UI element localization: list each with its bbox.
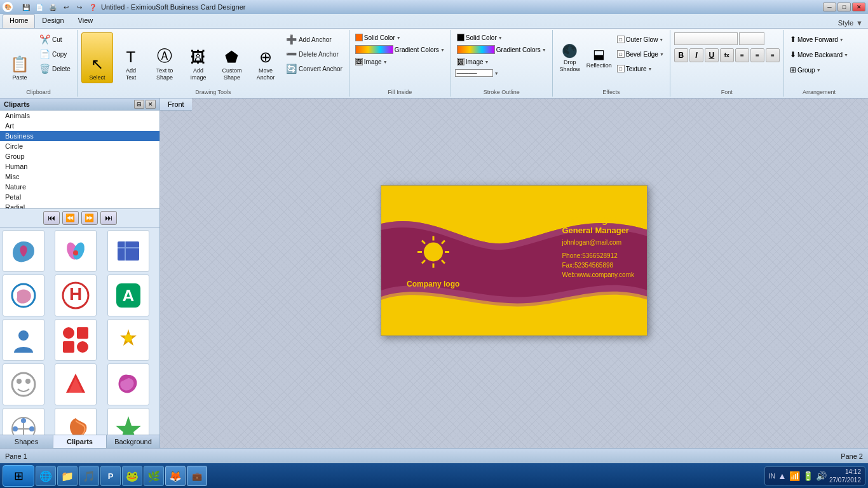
clipart-item-3[interactable]	[107, 230, 149, 272]
fill-image1-button[interactable]: 🖼 Image ▼	[353, 57, 390, 67]
bold-button[interactable]: B	[674, 48, 688, 62]
clipart-item-8[interactable]	[55, 319, 97, 361]
canvas-area[interactable]: Front	[160, 98, 868, 448]
fill-solid-color1-button[interactable]: Solid Color ▼	[353, 32, 403, 43]
taskbar-browser1[interactable]: 🌐	[36, 466, 56, 486]
panel-close-button[interactable]: ✕	[146, 100, 156, 109]
move-forward-button[interactable]: ⬆ Move Forward ▼	[788, 32, 846, 46]
nav-first-button[interactable]: ⏮	[43, 211, 60, 225]
drop-shadow-button[interactable]: 🌑 DropShadow	[557, 32, 583, 83]
stroke-gradient-button[interactable]: Gradient Colors ▼	[455, 44, 548, 55]
font-name-input[interactable]	[674, 32, 738, 45]
clipart-item-9[interactable]	[107, 319, 149, 361]
tab-background[interactable]: Background	[107, 435, 159, 448]
clipart-item-14[interactable]	[55, 408, 97, 435]
clipart-item-11[interactable]	[55, 363, 97, 405]
text-to-shape-button[interactable]: Ⓐ Text toShape	[149, 32, 180, 83]
tab-shapes[interactable]: Shapes	[0, 435, 53, 448]
nav-last-button[interactable]: ⏭	[100, 211, 117, 225]
nav-next-button[interactable]: ⏩	[81, 211, 98, 225]
taskbar-bcd-app[interactable]: 💼	[187, 466, 207, 486]
clipart-item-13[interactable]	[3, 408, 44, 435]
font-size-input[interactable]	[739, 32, 764, 45]
align-right-button[interactable]: ≡	[766, 48, 780, 62]
cliparts-list[interactable]: Animals Art Business Circle Group Human …	[0, 111, 159, 209]
texture-button[interactable]: □ Texture ▼	[615, 62, 666, 76]
tab-design[interactable]: Design	[35, 14, 71, 28]
align-left-button[interactable]: ≡	[735, 48, 749, 62]
close-button[interactable]: ✕	[852, 3, 865, 11]
italic-button[interactable]: I	[689, 48, 703, 62]
move-anchor-button[interactable]: ⊕ MoveAnchor	[250, 32, 281, 83]
category-circle[interactable]: Circle	[0, 141, 159, 151]
clipart-item-4[interactable]	[3, 274, 44, 316]
help-btn[interactable]: ❓	[87, 2, 98, 12]
select-button[interactable]: ↖ Select	[81, 32, 113, 83]
style-dropdown[interactable]: ▼	[856, 19, 863, 27]
texture-checkbox[interactable]: □	[617, 65, 625, 72]
clipart-item-6[interactable]: A	[107, 274, 149, 316]
redo-btn[interactable]: ↪	[74, 2, 85, 12]
paste-button[interactable]: 📋 Paste	[4, 32, 36, 83]
clipart-item-12[interactable]	[107, 363, 149, 405]
move-backward-button[interactable]: ⬇ Move Backward ▼	[788, 48, 850, 62]
nav-prev-button[interactable]: ⏪	[62, 211, 79, 225]
undo-btn[interactable]: ↩	[60, 2, 72, 12]
category-business[interactable]: Business	[0, 131, 159, 141]
cut-button[interactable]: ✂️ Cut	[37, 32, 73, 46]
start-button[interactable]: ⊞	[3, 465, 34, 487]
font-extra-button[interactable]: fx	[720, 48, 734, 62]
category-group[interactable]: Group	[0, 151, 159, 161]
clipart-item-10[interactable]	[3, 363, 44, 405]
taskbar-app5[interactable]: 🐸	[122, 466, 142, 486]
maximize-button[interactable]: □	[837, 3, 851, 11]
underline-button[interactable]: U	[705, 48, 719, 62]
category-human[interactable]: Human	[0, 161, 159, 172]
tab-home[interactable]: Home	[3, 14, 35, 28]
delete-button[interactable]: 🗑️ Delete	[37, 62, 73, 76]
print-btn[interactable]: 🖨️	[47, 2, 58, 12]
category-art[interactable]: Art	[0, 121, 159, 131]
clipart-item-2[interactable]	[55, 230, 97, 272]
tab-cliparts[interactable]: Cliparts	[53, 435, 107, 448]
add-image-button[interactable]: 🖼 AddImage	[182, 32, 214, 83]
clipart-item-15[interactable]	[107, 408, 149, 435]
convert-anchor-button[interactable]: 🔄 Convert Anchor	[283, 62, 345, 76]
new-btn[interactable]: 📄	[34, 2, 45, 12]
custom-shape-button[interactable]: ⬟ CustomShape	[216, 32, 248, 83]
outer-glow-button[interactable]: □ Outer Glow ▼	[615, 32, 666, 46]
category-nature[interactable]: Nature	[0, 182, 159, 192]
taskbar-paint[interactable]: P	[100, 466, 121, 486]
stroke-solid-button[interactable]: Solid Color ▼	[455, 32, 505, 43]
business-card[interactable]: Company logo John Logan General Manager …	[381, 185, 648, 336]
category-radial[interactable]: Radial	[0, 202, 159, 209]
reflection-button[interactable]: ⬓ Reflection	[586, 32, 613, 83]
clipart-item-1[interactable]	[3, 230, 44, 272]
minimize-button[interactable]: ─	[823, 3, 836, 11]
clipart-item-7[interactable]	[3, 319, 44, 361]
align-center-button[interactable]: ≡	[750, 48, 764, 62]
tray-up-arrow[interactable]: ▲	[778, 471, 787, 481]
add-text-button[interactable]: T AddText	[115, 32, 147, 83]
category-animals[interactable]: Animals	[0, 111, 159, 121]
copy-button[interactable]: 📄 Copy	[37, 47, 73, 61]
stroke-image-button[interactable]: 🖼 Image ▼	[455, 57, 491, 67]
add-anchor-button[interactable]: ➕ Add Anchor	[283, 32, 345, 46]
taskbar-explorer[interactable]: 📁	[57, 466, 78, 486]
delete-anchor-button[interactable]: ➖ Delete Anchor	[283, 47, 345, 61]
category-misc[interactable]: Misc	[0, 172, 159, 182]
taskbar-app6[interactable]: 🌿	[144, 466, 164, 486]
group-button[interactable]: ⊞ Group ▼	[788, 63, 823, 77]
taskbar-media[interactable]: 🎵	[79, 466, 99, 486]
taskbar-firefox[interactable]: 🦊	[165, 466, 186, 486]
clipart-item-5[interactable]: H	[55, 274, 97, 316]
bevel-edge-button[interactable]: □ Bevel Edge ▼	[615, 47, 666, 61]
tab-view[interactable]: View	[71, 14, 100, 28]
stroke-style-select[interactable]: ─────	[455, 69, 493, 77]
panel-undock-button[interactable]: ⊟	[134, 100, 144, 109]
fill-gradient1-button[interactable]: Gradient Colors ▼	[353, 44, 447, 55]
outer-glow-checkbox[interactable]: □	[617, 36, 625, 43]
bevel-edge-checkbox[interactable]: □	[617, 50, 625, 58]
category-petal[interactable]: Petal	[0, 192, 159, 202]
save-btn[interactable]: 💾	[20, 2, 32, 12]
